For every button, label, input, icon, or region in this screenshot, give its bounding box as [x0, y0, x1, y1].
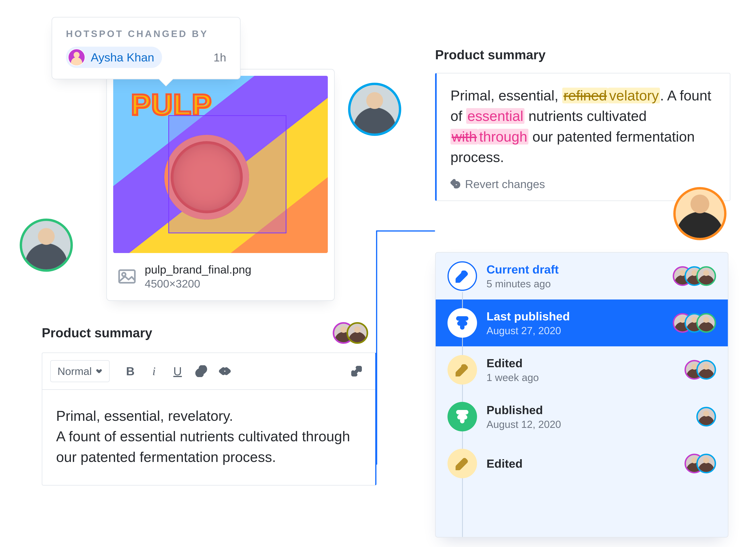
avatar	[696, 407, 716, 426]
diff-text: Primal, essential, refinedvelatory. A fo…	[450, 85, 716, 168]
image-asset-card[interactable]: PULP pulp_brand_final.png 4500×3200	[106, 69, 335, 301]
editor-title: Product summary	[42, 325, 152, 340]
pencil-icon	[447, 261, 477, 291]
rich-text-editor[interactable]: Normal B i U Primal, essential, revelato…	[42, 352, 376, 486]
avatar	[696, 266, 716, 286]
italic-button[interactable]: i	[143, 362, 165, 380]
history-panel: Current draft 5 minutes ago Last publish…	[435, 252, 728, 538]
hotspot-title: HOTSPOT CHANGED BY	[66, 28, 226, 39]
avatar	[696, 454, 716, 473]
style-select[interactable]: Normal	[50, 360, 110, 382]
image-dimensions: 4500×3200	[145, 277, 251, 290]
editor-toolbar: Normal B i U	[42, 353, 375, 390]
expand-button[interactable]	[346, 362, 367, 380]
link-icon	[195, 365, 207, 377]
history-item-edited-2[interactable]: Edited	[436, 440, 728, 463]
chevron-down-icon	[96, 368, 102, 375]
editor-collaborators	[333, 322, 368, 344]
pencil-icon	[447, 355, 477, 385]
image-thumbnail: PULP	[113, 76, 328, 253]
code-button[interactable]	[214, 362, 236, 380]
hotspot-user-pill[interactable]: Aysha Khan	[66, 47, 162, 68]
diff-added: through	[478, 129, 528, 145]
avatar[interactable]	[347, 322, 368, 344]
diff-title: Product summary	[435, 47, 546, 62]
hotspot-time: 1h	[213, 51, 226, 64]
publish-icon	[447, 402, 477, 431]
svg-rect-0	[119, 270, 135, 283]
code-icon	[219, 365, 231, 377]
diff-highlight: essential	[466, 108, 524, 124]
revert-changes-button[interactable]: Revert changes	[450, 177, 716, 191]
diff-removed: refined	[562, 88, 608, 103]
connector-line	[376, 230, 435, 232]
presence-avatar-orange[interactable]	[673, 187, 726, 240]
avatar	[696, 360, 716, 380]
hotspot-user-name: Aysha Khan	[91, 51, 154, 64]
history-item-edited[interactable]: Edited 1 week ago	[436, 346, 728, 393]
underline-button[interactable]: U	[167, 362, 188, 380]
history-item-published[interactable]: Published August 12, 2020	[436, 393, 728, 440]
bold-button[interactable]: B	[120, 362, 141, 380]
history-item-last-published[interactable]: Last published August 27, 2020	[436, 299, 728, 346]
diff-card: Primal, essential, refinedvelatory. A fo…	[435, 73, 730, 201]
presence-avatar-green[interactable]	[20, 219, 73, 272]
link-button[interactable]	[190, 362, 212, 380]
avatar	[696, 313, 716, 333]
hotspot-selection[interactable]	[168, 115, 286, 233]
presence-avatar-blue[interactable]	[348, 83, 401, 136]
diff-removed: with	[450, 129, 478, 145]
editor-content[interactable]: Primal, essential, revelatory. A fount o…	[42, 390, 375, 485]
pencil-icon	[447, 449, 477, 478]
avatar	[68, 49, 85, 66]
history-item-current-draft[interactable]: Current draft 5 minutes ago	[436, 253, 728, 299]
publish-icon	[447, 308, 477, 338]
hotspot-tooltip: HOTSPOT CHANGED BY Aysha Khan 1h	[52, 17, 241, 79]
revert-icon	[450, 179, 460, 189]
image-icon	[117, 267, 137, 286]
expand-icon	[351, 366, 362, 376]
image-filename: pulp_brand_final.png	[145, 263, 251, 276]
diff-added: velatory	[608, 88, 660, 103]
